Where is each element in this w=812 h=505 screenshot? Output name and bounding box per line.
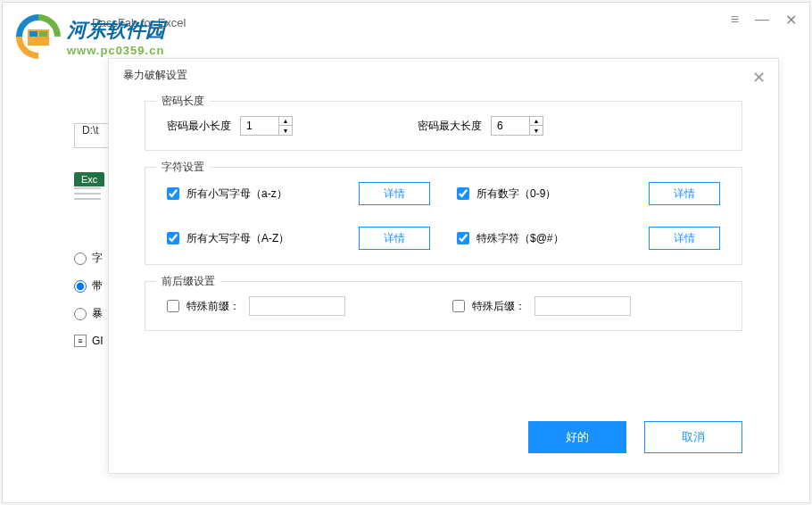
charset-section-title: 字符设置	[156, 160, 210, 175]
minimize-icon[interactable]: —	[755, 12, 769, 29]
bg-gpu-row: ≡ GI	[74, 335, 104, 347]
min-length-label: 密码最小长度	[167, 119, 231, 134]
charset-section: 字符设置 所有小写字母（a-z） 详情 所有数字（0-9） 详情	[145, 167, 742, 265]
min-length-up-icon[interactable]: ▲	[279, 117, 292, 126]
length-section-title: 密码长度	[156, 94, 210, 109]
uppercase-checkbox[interactable]: 所有大写字母（A-Z）	[167, 231, 332, 246]
ok-button[interactable]: 好的	[528, 421, 626, 453]
min-length-spinner[interactable]: ▲ ▼	[240, 116, 293, 136]
menu-icon[interactable]: ≡	[731, 12, 739, 29]
max-length-spinner[interactable]: ▲ ▼	[491, 116, 543, 136]
modal-title: 暴力破解设置	[123, 69, 187, 81]
max-length-input[interactable]	[492, 117, 529, 135]
min-length-down-icon[interactable]: ▼	[279, 126, 292, 135]
svg-rect-2	[39, 31, 47, 37]
affix-section-title: 前后缀设置	[156, 274, 220, 289]
max-length-label: 密码最大长度	[418, 119, 482, 134]
cancel-button[interactable]: 取消	[644, 421, 742, 453]
watermark-url: www.pc0359.cn	[67, 44, 165, 57]
suffix-label: 特殊后缀：	[472, 299, 526, 314]
password-length-section: 密码长度 密码最小长度 ▲ ▼ 密码最大长度	[145, 101, 742, 151]
bg-radio-brute[interactable]: 暴	[74, 306, 103, 321]
special-label: 特殊字符（$@#）	[476, 231, 564, 246]
min-length-input[interactable]	[241, 117, 278, 135]
prefix-input[interactable]	[249, 296, 345, 316]
file-path-display: D:\t	[74, 123, 110, 148]
excel-icon-lines	[74, 187, 101, 203]
bg-radio-dict[interactable]: 字	[74, 251, 103, 266]
svg-rect-1	[29, 31, 37, 37]
affix-section: 前后缀设置 特殊前缀： 特殊后缀：	[145, 281, 742, 331]
max-length-down-icon[interactable]: ▼	[530, 126, 543, 135]
suffix-checkbox[interactable]: 特殊后缀：	[452, 299, 526, 314]
prefix-checkbox[interactable]: 特殊前缀：	[167, 299, 240, 314]
special-checkbox[interactable]: 特殊字符（$@#）	[457, 231, 622, 246]
close-icon[interactable]: ✕	[752, 68, 766, 87]
uppercase-label: 所有大写字母（A-Z）	[186, 231, 289, 246]
watermark-logo: 河东软件园 www.pc0359.cn	[12, 10, 165, 63]
special-detail-button[interactable]: 详情	[649, 227, 720, 250]
digits-checkbox[interactable]: 所有数字（0-9）	[457, 186, 622, 202]
watermark-icon	[12, 10, 65, 63]
close-window-icon[interactable]: ✕	[785, 12, 797, 29]
suffix-input[interactable]	[534, 296, 631, 316]
uppercase-detail-button[interactable]: 详情	[359, 227, 430, 250]
watermark-title: 河东软件园	[67, 17, 165, 44]
max-length-up-icon[interactable]: ▲	[530, 117, 543, 126]
digits-detail-button[interactable]: 详情	[649, 182, 720, 205]
lowercase-label: 所有小写字母（a-z）	[186, 186, 287, 202]
brute-force-settings-dialog: 暴力破解设置 ✕ 密码长度 密码最小长度 ▲ ▼	[108, 58, 779, 474]
lowercase-detail-button[interactable]: 详情	[359, 182, 430, 205]
bg-radio-mask[interactable]: 带	[74, 278, 103, 294]
lowercase-checkbox[interactable]: 所有小写字母（a-z）	[167, 186, 332, 202]
prefix-label: 特殊前缀：	[186, 299, 240, 314]
gpu-checkbox-icon: ≡	[74, 335, 87, 347]
excel-badge: Exc	[74, 172, 104, 186]
digits-label: 所有数字（0-9）	[476, 186, 556, 202]
